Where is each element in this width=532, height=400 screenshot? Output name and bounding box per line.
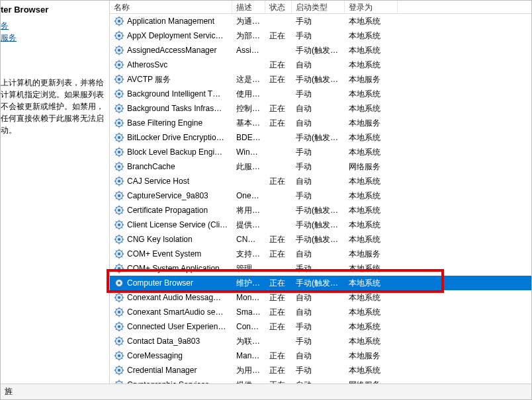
svg-line-118	[116, 184, 117, 185]
cell-start: 手动(触发…	[292, 130, 345, 145]
svg-line-177	[122, 271, 123, 272]
service-icon	[114, 365, 124, 376]
svg-line-49	[122, 76, 123, 77]
cell-logon: 本地系统	[345, 203, 398, 218]
cell-name: COM+ System Application	[110, 261, 232, 276]
cell-name: AssignedAccessManager	[110, 43, 232, 58]
restart-service-link[interactable]: 服务	[1, 32, 107, 44]
service-row[interactable]: AVCTP 服务这是…正在手动(触发…本地服务	[110, 72, 531, 87]
service-row[interactable]: AssignedAccessManagerAssi…手动(触发…本地系统	[110, 43, 531, 58]
service-row[interactable]: Conexant Audio Messag…Mon…正在自动本地系统	[110, 290, 531, 305]
cell-state: 正在	[265, 101, 292, 116]
service-row[interactable]: BitLocker Drive Encryptio…BDE…手动(触发…本地系统	[110, 130, 531, 145]
cell-logon: 本地系统	[345, 14, 398, 28]
service-icon	[114, 132, 124, 143]
service-name: Background Intelligent T…	[127, 87, 220, 101]
svg-line-188	[116, 286, 117, 287]
service-row[interactable]: Computer Browser维护…正在手动(触发…本地系统	[110, 276, 531, 290]
service-row[interactable]: Contact Data_9a803为联…手动本地系统	[110, 334, 531, 348]
service-name: AtherosSvc	[127, 58, 167, 72]
svg-line-8	[116, 24, 117, 25]
service-row[interactable]: Base Filtering Engine基本…正在自动本地服务	[110, 116, 531, 130]
svg-line-68	[116, 111, 117, 112]
service-row[interactable]: Background Intelligent T…使用…手动本地系统	[110, 87, 531, 101]
service-row[interactable]: Conexant SmartAudio se…Sma…正在自动本地系统	[110, 305, 531, 319]
service-row[interactable]: Application Management为通…手动本地系统	[110, 14, 531, 28]
cell-logon: 网络服务	[345, 159, 398, 174]
svg-line-57	[122, 97, 123, 98]
svg-line-256	[116, 381, 117, 383]
svg-line-139	[122, 207, 123, 208]
service-row[interactable]: COM+ Event System支持…正在自动本地服务	[110, 247, 531, 261]
cell-desc: Con…	[232, 319, 265, 334]
cell-desc: 基本…	[232, 116, 265, 130]
service-row[interactable]: CNG Key IsolationCNG…正在手动(触发…本地系统	[110, 232, 531, 247]
service-name: BranchCache	[127, 159, 175, 174]
svg-line-197	[122, 300, 123, 301]
service-icon	[114, 118, 124, 128]
service-icon	[114, 278, 124, 288]
cell-name: Computer Browser	[110, 276, 232, 290]
service-row[interactable]: CaptureService_9a803One…手动本地系统	[110, 188, 531, 203]
cell-name: COM+ Event System	[110, 247, 232, 261]
svg-line-219	[122, 323, 123, 325]
service-row[interactable]: Client License Service (Cli…提供…手动(触发…本地系…	[110, 218, 531, 232]
cell-desc: 维护…	[232, 276, 265, 290]
service-row[interactable]: Connected User Experien…Con…正在手动本地系统	[110, 319, 531, 334]
cell-desc: 支持…	[232, 247, 265, 261]
svg-line-156	[116, 236, 117, 237]
svg-line-249	[122, 367, 123, 368]
svg-point-51	[118, 93, 120, 95]
svg-point-41	[118, 78, 120, 81]
cell-start: 自动	[292, 174, 345, 188]
service-icon	[114, 16, 124, 26]
cell-start: 手动	[292, 188, 345, 203]
cell-desc: 为通…	[232, 14, 265, 28]
stop-service-link[interactable]: 务	[1, 20, 107, 32]
col-header-desc[interactable]: 描述	[232, 1, 265, 13]
service-row[interactable]: AtherosSvc正在自动本地系统	[110, 58, 531, 72]
cell-logon: 本地服务	[345, 247, 398, 261]
cell-desc: BDE…	[232, 130, 265, 145]
svg-line-129	[122, 192, 123, 194]
svg-line-47	[122, 82, 123, 83]
service-name: Client License Service (Cli…	[127, 218, 228, 232]
svg-point-161	[118, 253, 120, 255]
svg-line-196	[116, 294, 117, 296]
service-row[interactable]: Credential Manager为用…正在手动本地系统	[110, 363, 531, 378]
cell-logon: 本地系统	[345, 319, 398, 334]
col-header-logon[interactable]: 登录为	[345, 1, 398, 13]
cell-state: 正在	[265, 363, 292, 378]
svg-line-108	[116, 169, 117, 171]
col-header-start[interactable]: 启动类型	[292, 1, 345, 13]
service-icon	[114, 234, 124, 245]
service-icon	[114, 307, 124, 317]
service-row[interactable]: Background Tasks Infras…控制…正在自动本地系统	[110, 101, 531, 116]
service-row[interactable]: Certificate Propagation将用…手动(触发…本地系统	[110, 203, 531, 218]
service-row[interactable]: AppX Deployment Servic…为部…正在手动本地系统	[110, 28, 531, 43]
svg-line-37	[122, 67, 123, 69]
svg-line-128	[116, 198, 117, 200]
col-header-name[interactable]: 名称	[110, 1, 232, 13]
cell-start: 手动(触发…	[292, 218, 345, 232]
service-row[interactable]: CAJ Service Host正在自动本地系统	[110, 174, 531, 188]
cell-state: 正在	[265, 232, 292, 247]
service-icon	[114, 292, 124, 303]
svg-line-159	[122, 236, 123, 237]
service-row[interactable]: CoreMessagingMan…正在自动本地服务	[110, 348, 531, 363]
svg-point-171	[118, 267, 120, 270]
svg-point-201	[118, 311, 120, 313]
svg-line-99	[122, 149, 123, 150]
cell-start: 手动	[292, 319, 345, 334]
cell-name: CaptureService_9a803	[110, 188, 232, 203]
service-row[interactable]: COM+ System Application管理…手动本地系统	[110, 261, 531, 276]
service-row[interactable]: Block Level Backup Engi…Win…手动本地系统	[110, 145, 531, 159]
cell-name: Block Level Backup Engi…	[110, 145, 232, 159]
service-name: CoreMessaging	[127, 348, 183, 363]
col-header-state[interactable]: 状态	[265, 1, 292, 13]
cell-logon: 本地系统	[345, 174, 398, 188]
svg-line-176	[116, 265, 117, 266]
cell-name: Background Tasks Infras…	[110, 101, 232, 116]
cell-desc: One…	[232, 188, 265, 203]
service-row[interactable]: BranchCache此服…手动网络服务	[110, 159, 531, 174]
